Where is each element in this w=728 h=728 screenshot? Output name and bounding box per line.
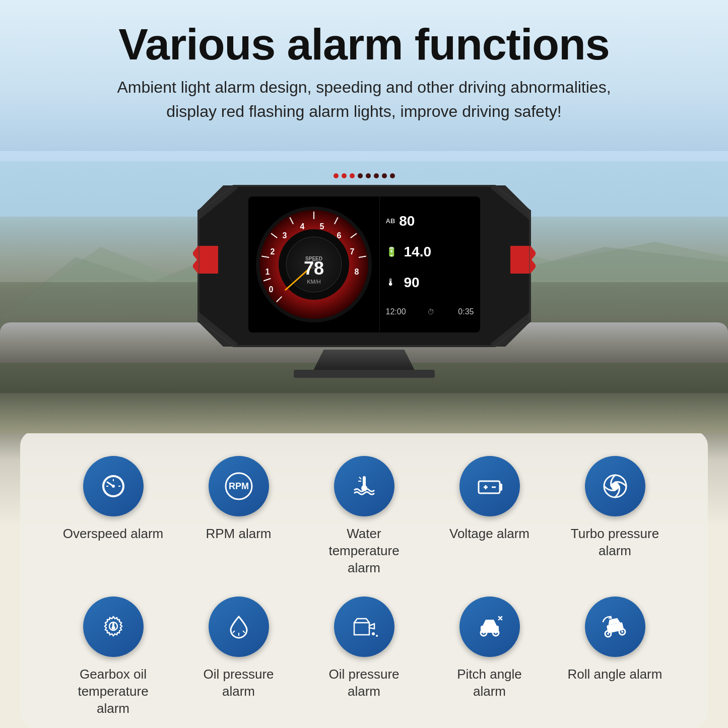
turbo-icon-circle [585,456,645,516]
overspeed-icon [98,471,128,501]
voltage-row: 🔋 14.0 [386,244,474,260]
water-temp-icon-circle [334,456,394,516]
svg-text:KM/H: KM/H [307,279,321,285]
svg-point-57 [483,632,485,634]
led-3 [350,173,355,178]
turbo-label: Turbo pressure alarm [565,525,666,560]
trip-row: AB 80 [386,213,474,229]
subtitle: Ambient light alarm design, speeding and… [117,75,611,123]
voltage-value: 14.0 [404,244,432,260]
alarm-item-gearbox: Gearbox oiltemperature alarm [63,597,164,717]
voltage-icon [475,471,505,501]
battery-icon: 🔋 [386,246,400,257]
oil-pressure-1-label: Oil pressure alarm [188,666,289,700]
alarm-row-2: Gearbox oiltemperature alarm [50,597,678,717]
water-temp-label: Watertemperature alarm [314,525,415,576]
alarm-item-voltage: Voltage alarm [439,456,540,543]
data-panel: AB 80 🔋 14.0 🌡 90 [379,196,480,333]
time-row: 12:00 ⏱ 0:35 [386,305,474,316]
svg-line-51 [243,631,245,633]
svg-point-48 [111,626,115,630]
svg-point-52 [372,632,375,635]
svg-text:1: 1 [265,268,270,276]
svg-rect-39 [479,481,500,493]
duration-right: 0:35 [458,307,474,316]
alarm-item-rpm: RPM RPM alarm [188,456,289,543]
page-title: Various alarm functions [117,20,611,69]
led-7 [382,173,387,178]
speedometer-svg: 0 1 2 3 4 5 6 7 8 [253,204,374,325]
overspeed-icon-circle [83,456,144,516]
svg-text:7: 7 [350,247,354,256]
svg-text:0: 0 [269,285,273,294]
svg-text:2: 2 [270,247,275,256]
temp-icon: 🌡 [386,277,400,288]
led-8 [390,173,395,178]
alarm-card: Overspeed alarm RPM RPM alarm [20,431,708,728]
roll-icon [600,612,630,642]
svg-point-62 [607,633,609,635]
alarm-item-overspeed: Overspeed alarm [63,456,164,543]
water-temp-icon [349,471,379,501]
oil-pressure-2-icon [349,612,379,642]
svg-rect-40 [500,484,502,491]
device-screen: 0 1 2 3 4 5 6 7 8 [248,196,480,333]
temp-value: 90 [404,275,420,291]
oil-pressure-2-icon-circle [334,597,394,657]
alarm-item-roll: Roll angle alarm [565,597,666,683]
alarm-row-1: Overspeed alarm RPM RPM alarm [50,456,678,576]
svg-text:4: 4 [300,222,304,231]
device-base [294,370,435,378]
svg-text:6: 6 [337,231,341,240]
alarm-item-oil-pressure-2: Oil pressure alarm [314,597,415,700]
clock-icon: ⏱ [427,308,434,316]
svg-point-63 [621,631,623,633]
device: 0 1 2 3 4 5 6 7 8 [193,173,536,378]
svg-point-36 [361,485,367,491]
svg-point-53 [376,635,378,637]
top-section: Various alarm functions Ambient light al… [0,0,728,393]
svg-text:3: 3 [282,231,287,240]
rpm-icon: RPM [224,471,254,501]
ab-label: AB [386,217,395,225]
device-stand [314,350,415,370]
svg-line-49 [233,631,235,633]
speedometer-area: 0 1 2 3 4 5 6 7 8 [248,196,379,333]
gearbox-icon [98,612,128,642]
svg-text:78: 78 [303,258,323,279]
bottom-section: Overspeed alarm RPM RPM alarm [0,393,728,728]
led-6 [374,173,379,178]
svg-line-37 [359,477,361,479]
gearbox-icon-circle [83,597,144,657]
overspeed-label: Overspeed alarm [63,525,163,543]
roll-icon-circle [585,597,645,657]
oil-pressure-2-label: Oil pressure alarm [314,666,415,700]
time-left: 12:00 [386,307,406,316]
svg-point-29 [112,485,115,488]
oil-pressure-1-icon [224,612,254,642]
water-temp-row: 🌡 90 [386,275,474,291]
alarm-item-pitch: Pitch angle alarm [439,597,540,700]
svg-point-45 [611,482,619,490]
alarm-item-water-temp: Watertemperature alarm [314,456,415,576]
svg-text:8: 8 [354,268,359,276]
rpm-label: RPM alarm [206,525,271,543]
text-area: Various alarm functions Ambient light al… [117,0,611,123]
turbo-icon [600,471,630,501]
gearbox-label: Gearbox oiltemperature alarm [63,666,164,717]
svg-point-58 [495,632,497,634]
svg-text:5: 5 [319,222,324,231]
led-5 [366,173,371,178]
svg-text:RPM: RPM [229,481,249,491]
voltage-icon-circle [459,456,520,516]
alarm-item-oil-pressure-1: Oil pressure alarm [188,597,289,700]
trip-value: 80 [399,213,415,229]
led-2 [342,173,347,178]
pitch-icon [475,612,505,642]
voltage-label: Voltage alarm [449,525,530,543]
oil-pressure-1-icon-circle [209,597,269,657]
device-body: 0 1 2 3 4 5 6 7 8 [193,180,536,352]
page-wrapper: Various alarm functions Ambient light al… [0,0,728,728]
led-dots [334,173,395,178]
rpm-icon-circle: RPM [209,456,269,516]
